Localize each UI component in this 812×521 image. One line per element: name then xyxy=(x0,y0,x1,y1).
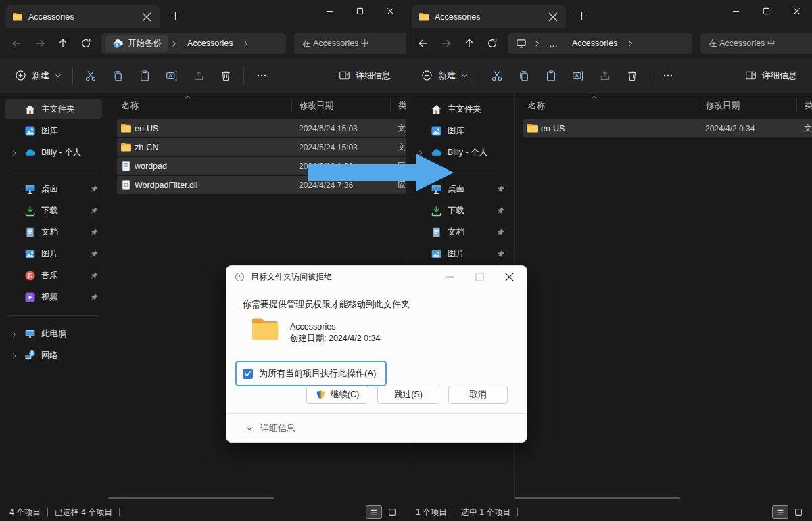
explorer-window-left: Accessories 开始备份 Accessories 新建 xyxy=(0,0,406,521)
file-row[interactable]: zh-CN 2024/6/24 15:03 文件夹 xyxy=(117,138,406,156)
sidebar-item[interactable]: 此电脑 xyxy=(5,324,102,344)
sidebar-item[interactable]: 图片 xyxy=(412,244,508,264)
paste-button[interactable] xyxy=(538,64,565,88)
new-tab-button[interactable] xyxy=(165,5,185,26)
sidebar-item[interactable]: 下载 xyxy=(412,201,508,221)
tab-accessories[interactable]: Accessories xyxy=(5,5,160,28)
copy-button[interactable] xyxy=(510,64,538,88)
chevron-right-icon[interactable] xyxy=(625,40,636,47)
sidebar-item[interactable]: 文档 xyxy=(5,223,102,242)
sidebar-item[interactable]: 主文件夹 xyxy=(412,99,508,119)
refresh-button[interactable] xyxy=(74,32,97,55)
icons-view-button[interactable] xyxy=(384,505,400,519)
sidebar-item[interactable]: 图库 xyxy=(5,121,102,141)
sidebar-item[interactable]: 视频 xyxy=(5,288,102,307)
breadcrumb-ellipsis[interactable]: … xyxy=(544,39,564,49)
cut-button[interactable] xyxy=(483,64,510,88)
copy-button[interactable] xyxy=(104,64,131,88)
more-button[interactable] xyxy=(654,64,682,88)
more-button[interactable] xyxy=(248,64,275,88)
chevron-right-icon[interactable] xyxy=(7,353,22,359)
rename-button[interactable] xyxy=(158,64,185,88)
icons-view-button[interactable] xyxy=(790,505,807,519)
rename-button[interactable] xyxy=(565,64,592,88)
column-header-name[interactable]: 名称 xyxy=(524,100,698,112)
share-button[interactable] xyxy=(185,64,212,88)
dialog-close-button[interactable] xyxy=(494,266,524,288)
column-separator[interactable] xyxy=(796,99,797,112)
sidebar-item[interactable]: 网络 xyxy=(5,346,102,365)
horizontal-scrollbar[interactable] xyxy=(515,497,680,499)
minimize-button[interactable] xyxy=(314,0,345,22)
close-button[interactable] xyxy=(782,0,812,22)
dialog-minimize-button[interactable] xyxy=(435,266,464,288)
sidebar-item[interactable]: 桌面 xyxy=(5,179,102,199)
close-button[interactable] xyxy=(375,0,406,22)
sidebar-item[interactable]: 文档 xyxy=(412,223,508,242)
maximize-button[interactable] xyxy=(345,0,375,22)
delete-button[interactable] xyxy=(212,64,239,88)
minimize-button[interactable] xyxy=(721,0,751,22)
forward-button[interactable] xyxy=(28,32,51,55)
toolbar-separator xyxy=(243,67,244,85)
tab-accessories[interactable]: Accessories xyxy=(412,5,566,28)
details-toggle-button[interactable]: 详细信息 xyxy=(332,64,398,88)
file-row[interactable]: en-US 2024/6/24 15:03 文件夹 xyxy=(117,119,406,137)
search-input[interactable] xyxy=(294,33,406,54)
details-view-button[interactable] xyxy=(772,505,788,519)
cut-button[interactable] xyxy=(77,64,104,88)
breadcrumb: 开始备份 Accessories xyxy=(101,33,286,54)
back-button[interactable] xyxy=(5,32,28,55)
file-type: 文件夹 xyxy=(389,122,406,134)
back-button[interactable] xyxy=(412,32,435,55)
breadcrumb-backup-button[interactable]: 开始备份 xyxy=(105,35,168,52)
new-button[interactable]: 新建 xyxy=(8,64,68,88)
chevron-right-icon[interactable] xyxy=(7,331,22,338)
refresh-button[interactable] xyxy=(481,32,504,55)
column-header-date[interactable]: 修改日期 xyxy=(291,100,390,112)
new-tab-button[interactable] xyxy=(571,5,592,26)
paste-button[interactable] xyxy=(131,64,158,88)
tab-close-button[interactable] xyxy=(141,11,153,23)
delete-button[interactable] xyxy=(619,64,646,88)
column-separator[interactable] xyxy=(390,99,391,112)
cancel-button[interactable]: 取消 xyxy=(448,386,508,404)
sidebar-item[interactable]: 图片 xyxy=(5,244,102,264)
sidebar-item[interactable]: 下载 xyxy=(5,201,102,221)
new-button[interactable]: 新建 xyxy=(414,64,475,88)
window-controls xyxy=(721,0,812,22)
sidebar-item[interactable]: 主文件夹 xyxy=(5,99,102,119)
maximize-button[interactable] xyxy=(751,0,782,22)
file-row[interactable]: en-US 2024/4/2 0:34 文件夹 xyxy=(523,119,812,137)
sidebar-item[interactable]: Billy - 个人 xyxy=(5,143,102,162)
breadcrumb-segment[interactable]: Accessories xyxy=(181,39,239,48)
details-toggle-button[interactable]: 详细信息 xyxy=(738,64,804,88)
column-separator[interactable] xyxy=(291,99,292,112)
horizontal-scrollbar[interactable] xyxy=(108,497,274,499)
column-header-name[interactable]: 名称 xyxy=(118,100,291,112)
monitor-icon[interactable] xyxy=(512,35,531,52)
checkbox-box[interactable] xyxy=(243,369,253,379)
sidebar-item[interactable]: 音乐 xyxy=(5,266,102,286)
apply-to-all-checkbox[interactable]: 为所有当前项目执行此操作(A) xyxy=(235,361,387,386)
tab-close-button[interactable] xyxy=(547,11,559,23)
checkbox-check-icon xyxy=(244,370,252,378)
sidebar-item[interactable]: 图库 xyxy=(412,121,508,141)
share-button[interactable] xyxy=(592,64,619,88)
forward-button[interactable] xyxy=(435,32,458,55)
up-button[interactable] xyxy=(458,32,481,55)
chevron-right-icon[interactable] xyxy=(7,150,22,156)
search-input[interactable] xyxy=(700,33,812,54)
skip-button[interactable]: 跳过(S) xyxy=(377,386,439,404)
continue-button[interactable]: 继续(C) xyxy=(306,386,368,404)
column-header-type[interactable]: 类型 xyxy=(796,100,812,112)
details-view-button[interactable] xyxy=(366,505,382,519)
up-button[interactable] xyxy=(51,32,74,55)
column-header-type[interactable]: 类型 xyxy=(390,100,406,112)
column-separator[interactable] xyxy=(698,99,698,112)
item-count: 4 个项目 xyxy=(9,507,41,518)
chevron-right-icon[interactable] xyxy=(241,40,251,47)
breadcrumb-segment[interactable]: Accessories xyxy=(565,39,624,48)
details-expander[interactable]: 详细信息 xyxy=(245,420,295,436)
column-header-date[interactable]: 修改日期 xyxy=(698,100,796,112)
